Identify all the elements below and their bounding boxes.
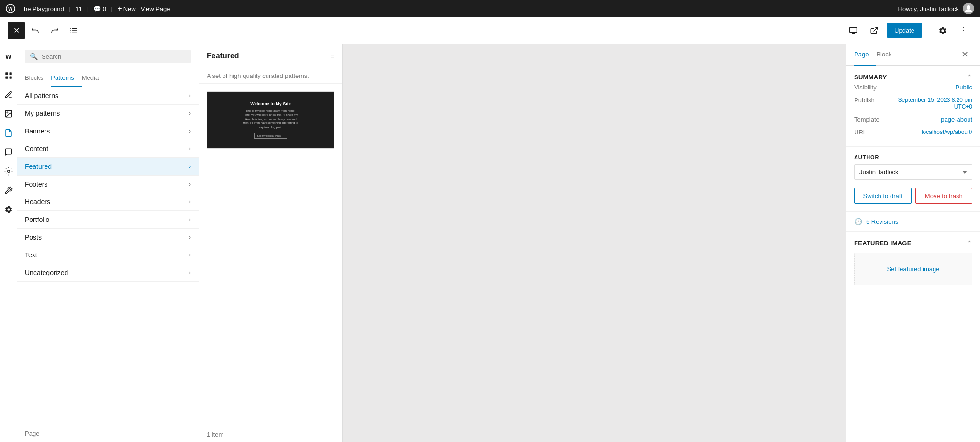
view-external-button[interactable] bbox=[866, 22, 883, 39]
pattern-preview-area: Welcome to My Site This is my little hom… bbox=[199, 84, 342, 427]
patterns-list: All patterns › My patterns › Banners › C… bbox=[17, 87, 199, 425]
set-featured-image-link[interactable]: Set featured image bbox=[887, 265, 940, 273]
editor-bar-right: Update ⋮ bbox=[845, 22, 972, 39]
svg-rect-4 bbox=[72, 28, 77, 29]
publish-label: Publish bbox=[854, 97, 892, 104]
visibility-value[interactable]: Public bbox=[956, 84, 972, 91]
svg-rect-9 bbox=[850, 27, 857, 33]
settings-button[interactable] bbox=[934, 22, 951, 39]
summary-section-header[interactable]: Summary ⌃ bbox=[854, 73, 972, 81]
pattern-label: All patterns bbox=[25, 92, 58, 99]
filter-icon[interactable]: ≡ bbox=[331, 52, 334, 60]
chevron-right-icon: › bbox=[189, 163, 191, 170]
site-name[interactable]: The Playground bbox=[20, 5, 64, 12]
pattern-item-text[interactable]: Text › bbox=[17, 246, 199, 264]
pattern-item-content[interactable]: Content › bbox=[17, 140, 199, 158]
undo-button[interactable] bbox=[27, 22, 44, 39]
pattern-card-text: This is my little home away from home. H… bbox=[242, 109, 300, 129]
view-page-link[interactable]: View Page bbox=[141, 5, 170, 12]
revisions-count: 5 Revisions bbox=[866, 218, 898, 225]
switch-to-draft-button[interactable]: Switch to draft bbox=[854, 188, 912, 204]
sidebar-icon-wp[interactable]: W bbox=[0, 48, 17, 65]
action-buttons: Switch to draft Move to trash bbox=[846, 188, 980, 212]
list-view-button[interactable] bbox=[65, 22, 82, 39]
patterns-content-title: Featured bbox=[207, 52, 239, 60]
svg-line-10 bbox=[874, 27, 878, 31]
sidebar-icon-dashboard[interactable] bbox=[0, 67, 17, 84]
svg-rect-12 bbox=[9, 72, 11, 75]
pattern-item-posts[interactable]: Posts › bbox=[17, 229, 199, 246]
template-row: Template page-about bbox=[854, 113, 972, 126]
admin-bar-left: W The Playground | 11 | 💬 0 | + New View… bbox=[6, 4, 892, 13]
template-value[interactable]: page-about bbox=[941, 116, 972, 123]
redo-button[interactable] bbox=[46, 22, 63, 39]
featured-image-placeholder[interactable]: Set featured image bbox=[854, 253, 972, 285]
view-desktop-button[interactable] bbox=[845, 22, 862, 39]
right-sidebar-body: Summary ⌃ Visibility Public Publish Sept… bbox=[846, 66, 980, 442]
revisions-section[interactable]: 🕐 5 Revisions bbox=[846, 212, 980, 232]
tab-page[interactable]: Page bbox=[854, 44, 876, 66]
sidebar-icon-appearance[interactable] bbox=[0, 163, 17, 180]
update-button[interactable]: Update bbox=[887, 23, 922, 38]
pattern-item-portfolio[interactable]: Portfolio › bbox=[17, 211, 199, 229]
patterns-item-count: 1 item bbox=[199, 427, 342, 442]
close-sidebar-button[interactable]: ✕ bbox=[957, 47, 972, 62]
svg-rect-11 bbox=[5, 72, 8, 75]
tab-media[interactable]: Media bbox=[82, 69, 106, 87]
chevron-right-icon: › bbox=[189, 234, 191, 241]
svg-rect-5 bbox=[70, 30, 71, 31]
editor-bar: ✕ Update ⋮ bbox=[0, 17, 980, 44]
pattern-item-uncategorized[interactable]: Uncategorized › bbox=[17, 264, 199, 282]
close-button[interactable]: ✕ bbox=[8, 22, 25, 39]
plus-icon: + bbox=[117, 4, 122, 13]
tab-blocks[interactable]: Blocks bbox=[25, 69, 51, 87]
options-button[interactable]: ⋮ bbox=[955, 22, 972, 39]
pattern-item-footers[interactable]: Footers › bbox=[17, 176, 199, 193]
svg-point-17 bbox=[7, 170, 10, 173]
featured-image-collapse-icon[interactable]: ⌃ bbox=[967, 239, 972, 247]
sidebar-icon-media[interactable] bbox=[0, 105, 17, 122]
search-icon: 🔍 bbox=[30, 53, 38, 60]
publish-value[interactable]: September 15, 2023 8:20 pm UTC+0 bbox=[892, 97, 972, 110]
chevron-right-icon: › bbox=[189, 181, 191, 188]
sidebar-icon-settings[interactable] bbox=[0, 201, 17, 218]
new-button[interactable]: + New bbox=[117, 4, 135, 13]
pattern-card[interactable]: Welcome to My Site This is my little hom… bbox=[207, 91, 334, 149]
url-label: URL bbox=[854, 129, 892, 136]
pattern-label: Headers bbox=[25, 198, 50, 206]
tab-block[interactable]: Block bbox=[876, 44, 899, 66]
search-input[interactable] bbox=[42, 53, 186, 60]
sidebar-icon-comments[interactable] bbox=[0, 144, 17, 161]
pattern-item-all-patterns[interactable]: All patterns › bbox=[17, 87, 199, 105]
svg-rect-13 bbox=[5, 77, 8, 79]
comment-count-wrap[interactable]: 💬 0 bbox=[93, 5, 106, 12]
sep3: | bbox=[111, 5, 112, 12]
sidebar-icon-tools[interactable] bbox=[0, 182, 17, 199]
author-select[interactable]: Justin Tadlock bbox=[854, 164, 972, 180]
pattern-item-featured[interactable]: Featured › bbox=[17, 158, 199, 176]
chevron-right-icon: › bbox=[189, 199, 191, 205]
pattern-item-headers[interactable]: Headers › bbox=[17, 193, 199, 211]
sidebar-icon-pages[interactable] bbox=[0, 124, 17, 142]
author-section: AUTHOR Justin Tadlock bbox=[846, 147, 980, 188]
svg-rect-7 bbox=[70, 32, 71, 33]
page-label-bottom: Page bbox=[17, 425, 199, 442]
toolbar-separator bbox=[928, 25, 928, 36]
visibility-label: Visibility bbox=[854, 84, 892, 91]
publish-row: Publish September 15, 2023 8:20 pm UTC+0 bbox=[854, 94, 972, 113]
sidebar-icon-posts[interactable] bbox=[0, 86, 17, 103]
wp-logo-icon: W bbox=[6, 4, 15, 13]
pattern-card-inner: Welcome to My Site This is my little hom… bbox=[207, 92, 334, 148]
tab-patterns[interactable]: Patterns bbox=[51, 69, 81, 87]
update-count[interactable]: 11 bbox=[75, 5, 82, 12]
pattern-item-my-patterns[interactable]: My patterns › bbox=[17, 105, 199, 122]
pattern-label: Footers bbox=[25, 180, 47, 188]
chevron-right-icon: › bbox=[189, 216, 191, 223]
patterns-content: Featured ≡ A set of high quality curated… bbox=[199, 44, 343, 442]
collapse-icon: ⌃ bbox=[967, 73, 972, 81]
move-to-trash-button[interactable]: Move to trash bbox=[915, 188, 973, 204]
pattern-item-banners[interactable]: Banners › bbox=[17, 122, 199, 140]
url-value[interactable]: localhost/wp/abou t/ bbox=[922, 129, 972, 135]
search-box: 🔍 bbox=[17, 44, 199, 69]
template-label: Template bbox=[854, 116, 892, 123]
